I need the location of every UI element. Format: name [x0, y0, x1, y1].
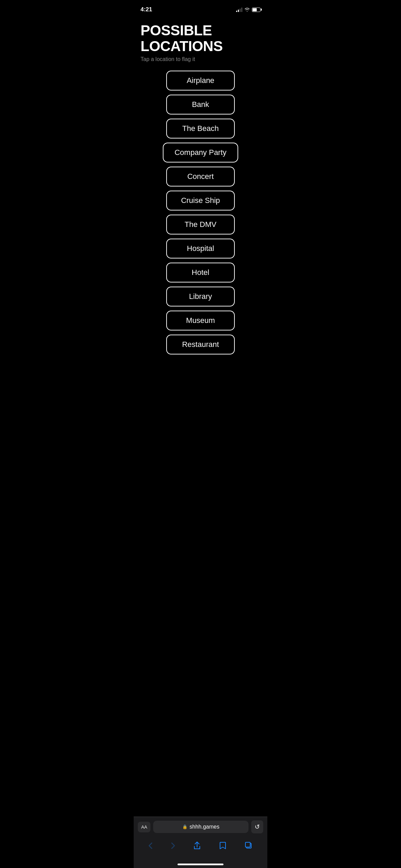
locations-list: AirplaneBankThe BeachCompany PartyConcer… [141, 71, 260, 361]
location-button-hotel[interactable]: Hotel [166, 263, 235, 282]
status-bar: 4:21 [134, 0, 267, 17]
location-button-concert[interactable]: Concert [166, 167, 235, 186]
page-subtitle: Tap a location to flag it [141, 56, 260, 62]
status-icons [236, 7, 260, 12]
signal-icon [236, 7, 242, 12]
location-button-library[interactable]: Library [166, 287, 235, 306]
main-content: POSSIBLE LOCATIONS Tap a location to fla… [134, 17, 267, 368]
location-button-the-beach[interactable]: The Beach [166, 119, 235, 138]
location-button-hospital[interactable]: Hospital [166, 239, 235, 258]
location-button-bank[interactable]: Bank [166, 95, 235, 114]
location-button-cruise-ship[interactable]: Cruise Ship [166, 191, 235, 210]
status-time: 4:21 [141, 6, 152, 13]
page-title: POSSIBLE LOCATIONS [141, 23, 260, 54]
location-button-company-party[interactable]: Company Party [163, 143, 238, 162]
location-button-the-dmv[interactable]: The DMV [166, 215, 235, 234]
location-button-airplane[interactable]: Airplane [166, 71, 235, 91]
location-button-museum[interactable]: Museum [166, 311, 235, 330]
wifi-icon [244, 8, 250, 12]
location-button-restaurant[interactable]: Restaurant [166, 335, 235, 354]
battery-icon [252, 8, 260, 12]
